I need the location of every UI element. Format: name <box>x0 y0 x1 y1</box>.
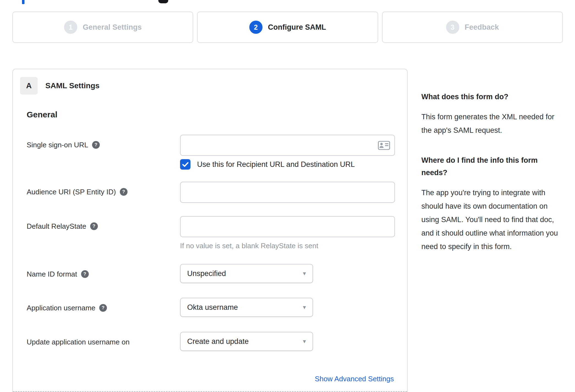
chevron-down-icon: ▾ <box>303 270 306 277</box>
card-header: A SAML Settings <box>20 77 407 95</box>
step-configure-saml[interactable]: 2 Configure SAML <box>197 12 378 43</box>
help-heading-what: What does this form do? <box>421 91 560 103</box>
help-heading-where: Where do I find the info this form needs… <box>421 154 560 179</box>
single-sign-on-url-input[interactable] <box>180 135 395 156</box>
audience-uri-input[interactable] <box>180 182 395 203</box>
cutoff-blue-artifact <box>22 0 24 4</box>
chevron-down-icon: ▾ <box>303 338 306 345</box>
field-row-default-relaystate: Default RelayState? If no value is set, … <box>27 216 407 250</box>
update-username-on-value: Create and update <box>187 337 249 346</box>
application-username-label: Application username <box>27 304 95 312</box>
cutoff-logo-artifact <box>158 0 168 3</box>
advanced-settings-row: Show Advanced Settings <box>13 375 394 383</box>
chevron-down-icon: ▾ <box>303 304 306 311</box>
audience-uri-label: Audience URI (SP Entity ID) <box>27 188 116 196</box>
check-icon <box>182 162 189 167</box>
help-icon[interactable]: ? <box>120 188 128 196</box>
autofill-contact-card-icon[interactable] <box>378 141 390 150</box>
step-2-circle: 2 <box>249 21 262 34</box>
saml-setup-page: { "colors": { "accent_blue": "#1662dd", … <box>0 0 575 392</box>
recipient-url-checkbox-row: Use this for Recipient URL and Destinati… <box>180 159 407 170</box>
recipient-url-checkbox-label: Use this for Recipient URL and Destinati… <box>197 160 355 169</box>
help-icon[interactable]: ? <box>92 141 100 149</box>
help-section-where: Where do I find the info this form needs… <box>421 154 560 253</box>
general-section-heading: General <box>27 110 407 119</box>
help-icon[interactable]: ? <box>99 304 107 312</box>
update-username-on-select[interactable]: Create and update ▾ <box>180 332 313 351</box>
step-1-circle: 1 <box>64 21 77 34</box>
show-advanced-settings-link[interactable]: Show Advanced Settings <box>315 375 394 383</box>
help-body-what: This form generates the XML needed for t… <box>421 110 560 137</box>
application-username-select[interactable]: Okta username ▾ <box>180 298 313 317</box>
relaystate-hint-text: If no value is set, a blank RelayState i… <box>180 242 407 250</box>
section-a-badge: A <box>20 77 38 95</box>
step-3-label: Feedback <box>465 23 499 32</box>
default-relaystate-label: Default RelayState <box>27 222 86 230</box>
name-id-format-select[interactable]: Unspecified ▾ <box>180 264 313 283</box>
field-label-wrap: Single sign-on URL? <box>27 135 180 170</box>
default-relaystate-input[interactable] <box>180 216 395 237</box>
update-username-on-label: Update application username on <box>27 338 129 346</box>
card-title: SAML Settings <box>45 81 99 90</box>
step-feedback[interactable]: 3 Feedback <box>382 12 563 43</box>
application-username-value: Okta username <box>187 303 238 312</box>
single-sign-on-url-label: Single sign-on URL <box>27 141 88 149</box>
step-2-label: Configure SAML <box>268 23 326 32</box>
help-icon[interactable]: ? <box>81 270 89 278</box>
help-body-where: The app you're trying to integrate with … <box>421 186 560 253</box>
wizard-stepper: 1 General Settings 2 Configure SAML 3 Fe… <box>12 12 563 43</box>
help-sidebar: What does this form do? This form genera… <box>421 91 560 253</box>
field-row-application-username: Application username? Okta username ▾ <box>27 298 407 317</box>
step-3-circle: 3 <box>446 21 459 34</box>
name-id-format-label: Name ID format <box>27 270 77 278</box>
step-1-label: General Settings <box>83 23 142 32</box>
recipient-url-checkbox[interactable] <box>180 159 190 170</box>
saml-settings-card: A SAML Settings General Single sign-on U… <box>12 69 408 392</box>
help-icon[interactable]: ? <box>90 222 98 230</box>
field-row-name-id-format: Name ID format? Unspecified ▾ <box>27 264 407 283</box>
field-row-single-sign-on-url: Single sign-on URL? <box>27 135 407 170</box>
field-row-update-username-on: Update application username on Create an… <box>27 332 407 351</box>
name-id-format-value: Unspecified <box>187 269 226 278</box>
field-row-audience-uri: Audience URI (SP Entity ID)? <box>27 182 407 203</box>
step-general-settings[interactable]: 1 General Settings <box>12 12 193 43</box>
help-section-what: What does this form do? This form genera… <box>421 91 560 137</box>
